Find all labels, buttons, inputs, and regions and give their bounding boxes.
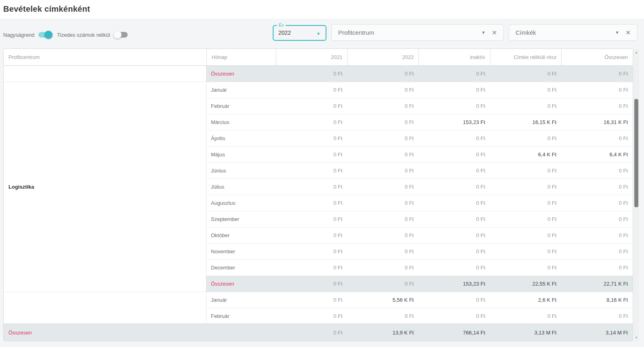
value-cell-2021: 0 Ft	[276, 147, 347, 162]
clear-icon[interactable]: ✕	[625, 29, 631, 36]
chevron-down-icon[interactable]: ▼	[482, 31, 486, 35]
value-cell-inactive: 0 Ft	[419, 292, 490, 308]
table-footer-row: Összesen 0 Ft 13,9 K Ft 766,14 Ft 3,13 M…	[4, 324, 633, 341]
value-cell-inactive: 0 Ft	[419, 82, 490, 98]
value-cell-total: 0 Ft	[561, 308, 633, 324]
magnitude-toggle[interactable]	[38, 31, 52, 39]
month-cell: Október	[206, 227, 276, 243]
value-cell-2022: 5,56 K Ft	[347, 292, 419, 308]
value-cell-untagged: 0 Ft	[490, 179, 562, 195]
value-cell-untagged: 2,6 K Ft	[490, 292, 562, 308]
value-cell-inactive: 0 Ft	[419, 260, 490, 275]
column-header-2021: 2021	[276, 49, 347, 65]
month-cell: Szeptember	[206, 211, 276, 227]
table-row: Szeptember 0 Ft 0 Ft 0 Ft 0 Ft 0 Ft	[206, 211, 633, 227]
value-cell-2021: 0 Ft	[276, 130, 347, 146]
value-cell-2022: 0 Ft	[347, 163, 419, 179]
value-cell-2021: 0 Ft	[276, 244, 347, 259]
value-cell-2021: 0 Ft	[276, 211, 347, 227]
column-header-inactive: inaktív	[419, 49, 490, 65]
scrollbar-thumb[interactable]	[634, 99, 638, 207]
value-cell-inactive: 0 Ft	[419, 130, 490, 146]
value-cell-2022: 0 Ft	[347, 147, 419, 162]
value-cell-untagged: 0 Ft	[490, 211, 562, 227]
table-row: Július 0 Ft 0 Ft 0 Ft 0 Ft 0 Ft	[206, 179, 633, 195]
value-cell-2022: 0 Ft	[347, 130, 419, 146]
footer-value-2022: 13,9 K Ft	[347, 324, 419, 341]
value-cell-inactive: 0 Ft	[419, 179, 490, 195]
toggle-knob	[114, 31, 122, 39]
value-cell-2022: 0 Ft	[347, 260, 419, 275]
value-cell-untagged: 0 Ft	[490, 244, 562, 259]
scroll-up-icon[interactable]: ▲	[633, 50, 639, 55]
value-cell-2021: 0 Ft	[276, 227, 347, 243]
value-cell-2022: 0 Ft	[347, 82, 419, 98]
footer-value-total: 3,14 M Ft	[561, 324, 633, 341]
value-cell-2021: 0 Ft	[276, 66, 347, 82]
table-row: Április 0 Ft 0 Ft 0 Ft 0 Ft 0 Ft	[206, 130, 633, 147]
value-cell-2021: 0 Ft	[276, 292, 347, 308]
page-title: Bevételek címkénként	[0, 0, 644, 14]
value-cell-untagged: 0 Ft	[490, 66, 562, 82]
year-select[interactable]: Év 2022 ▼	[273, 25, 326, 41]
value-cell-2022: 0 Ft	[347, 179, 419, 195]
table-row: Összesen 0 Ft 0 Ft 0 Ft 0 Ft 0 Ft	[206, 66, 633, 82]
tags-select[interactable]: Címkék ▼ ✕	[509, 24, 638, 41]
value-cell-total: 0 Ft	[561, 130, 633, 146]
column-header-profitcenter: Profitcentrum	[4, 49, 206, 65]
table-row: Június 0 Ft 0 Ft 0 Ft 0 Ft 0 Ft	[206, 163, 633, 179]
vertical-scrollbar[interactable]: ▲ ▼	[633, 49, 639, 341]
value-cell-inactive: 153,23 Ft	[419, 114, 490, 130]
value-cell-2022: 0 Ft	[347, 195, 419, 211]
value-cell-2022: 0 Ft	[347, 276, 419, 292]
magnitude-toggle-label: Nagyságrend	[3, 32, 34, 38]
value-cell-untagged: 0 Ft	[490, 195, 562, 211]
month-cell: Február	[206, 98, 276, 114]
value-cell-total: 0 Ft	[561, 211, 633, 227]
value-cell-total: 0 Ft	[561, 98, 633, 114]
value-cell-inactive: 0 Ft	[419, 227, 490, 243]
year-select-value: 2022	[278, 29, 291, 36]
clear-icon[interactable]: ✕	[492, 29, 497, 36]
column-header-month: Hónap	[206, 49, 276, 65]
footer-empty-cell	[206, 324, 276, 341]
value-cell-2021: 0 Ft	[276, 260, 347, 275]
table-row: Február 0 Ft 0 Ft 0 Ft 0 Ft 0 Ft	[206, 98, 633, 114]
value-cell-inactive: 0 Ft	[419, 308, 490, 324]
table-body: Összesen 0 Ft 0 Ft 0 Ft 0 Ft 0 Ft Január…	[206, 66, 633, 324]
month-cell: Összesen	[206, 276, 276, 292]
value-cell-untagged: 6,4 K Ft	[490, 147, 562, 162]
titlebar: Bevételek címkénként	[0, 0, 644, 19]
value-cell-untagged: 0 Ft	[490, 227, 562, 243]
value-cell-2021: 0 Ft	[276, 179, 347, 195]
profitcenter-select[interactable]: Profitcentrum ▼ ✕	[331, 24, 504, 41]
no-decimals-toggle[interactable]	[114, 31, 128, 39]
value-cell-untagged: 0 Ft	[490, 98, 562, 114]
month-cell: Június	[206, 163, 276, 179]
table-row: November 0 Ft 0 Ft 0 Ft 0 Ft 0 Ft	[206, 244, 633, 260]
group-divider	[4, 292, 206, 292]
month-cell: Július	[206, 179, 276, 195]
table-row: Február 0 Ft 0 Ft 0 Ft 0 Ft 0 Ft	[206, 308, 633, 324]
scroll-down-icon[interactable]: ▼	[633, 335, 639, 341]
profitcenter-select-placeholder: Profitcentrum	[338, 29, 374, 36]
column-header-2022: 2022	[347, 49, 419, 65]
chevron-down-icon[interactable]: ▼	[615, 31, 619, 35]
value-cell-untagged: 0 Ft	[490, 130, 562, 146]
chevron-down-icon[interactable]: ▼	[316, 32, 320, 36]
table-row: Január 0 Ft 0 Ft 0 Ft 0 Ft 0 Ft	[206, 82, 633, 98]
value-cell-2022: 0 Ft	[347, 308, 419, 324]
footer-value-2021: 0 Ft	[276, 324, 347, 341]
footer-value-untagged: 3,13 M Ft	[490, 324, 562, 341]
value-cell-inactive: 0 Ft	[419, 195, 490, 211]
month-cell: December	[206, 260, 276, 275]
toggle-knob	[44, 31, 53, 39]
month-cell: Február	[206, 308, 276, 324]
value-cell-2022: 0 Ft	[347, 244, 419, 259]
value-cell-total: 6,4 K Ft	[561, 147, 633, 162]
month-cell: Március	[206, 114, 276, 130]
value-cell-inactive: 0 Ft	[419, 163, 490, 179]
year-select-label: Év	[277, 23, 286, 27]
table-row: Összesen 0 Ft 0 Ft 153,23 Ft 22,55 K Ft …	[206, 276, 633, 292]
column-header-total: Összesen	[561, 49, 633, 65]
